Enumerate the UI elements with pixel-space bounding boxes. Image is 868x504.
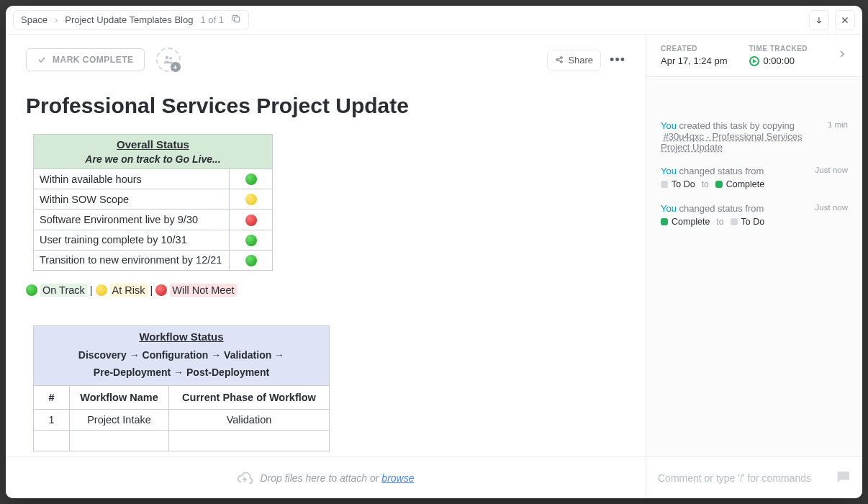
row-name: Project Intake xyxy=(70,410,169,431)
check-icon xyxy=(37,55,47,65)
workflow-header: Workflow Status Discovery → Configuratio… xyxy=(34,325,330,386)
row-num xyxy=(34,431,70,451)
status-indicator xyxy=(230,250,273,270)
activity-time: Just now xyxy=(815,166,848,176)
status-from: Complete xyxy=(672,217,710,227)
time-tracked-value[interactable]: 0:00:00 xyxy=(749,55,808,66)
legend-at-risk: At Risk xyxy=(110,284,148,297)
overall-header-sub: Are we on track to Go Live... xyxy=(85,153,220,165)
file-drop-zone[interactable]: Drop files here to attach or browse xyxy=(6,457,646,498)
time-tracked-label: TIME TRACKED xyxy=(749,45,808,53)
status-square-icon xyxy=(731,218,738,225)
green-dot-icon xyxy=(245,174,257,185)
drop-text: Drop files here to attach or xyxy=(260,472,381,484)
activity-feed: You created this task by copying #30u4qx… xyxy=(646,77,862,456)
row-name xyxy=(70,431,169,451)
more-options-button[interactable]: ••• xyxy=(610,53,625,68)
activity-text: changed status from xyxy=(679,166,764,176)
status-square-icon xyxy=(661,218,668,225)
breadcrumb-project[interactable]: Project Update Templates Blog xyxy=(65,14,193,25)
browse-link[interactable]: browse xyxy=(381,472,414,484)
overall-header-title: Overall Status xyxy=(40,138,266,150)
page-title[interactable]: Professional Services Project Update xyxy=(26,94,625,118)
yellow-dot-icon xyxy=(96,284,107,296)
activity-text: changed status from xyxy=(679,203,764,214)
status-square-icon xyxy=(661,181,668,188)
task-modal: Space › Project Update Templates Blog 1 … xyxy=(6,6,862,498)
workflow-status-table: Workflow Status Discovery → Configuratio… xyxy=(33,325,330,452)
workflow-phases-line1: Discovery → Configuration → Validation → xyxy=(40,347,323,364)
right-panel: CREATED Apr 17, 1:24 pm TIME TRACKED 0:0… xyxy=(646,35,862,456)
comment-input[interactable] xyxy=(658,472,828,484)
red-dot-icon xyxy=(155,284,167,296)
activity-time: Just now xyxy=(815,203,848,214)
table-row: Software Environment live by 9/30 xyxy=(34,210,273,230)
time-value: 0:00:00 xyxy=(764,55,795,66)
minimize-button[interactable] xyxy=(809,10,829,30)
overall-status-table: Overall Status Are we on track to Go Liv… xyxy=(33,134,273,271)
svg-point-2 xyxy=(169,57,172,60)
status-label: Within available hours xyxy=(34,169,230,189)
activity-user: You xyxy=(661,120,677,131)
time-tracked-block: TIME TRACKED 0:00:00 xyxy=(749,45,808,66)
status-to: To Do xyxy=(741,217,765,227)
toolbar-right: Share ••• xyxy=(547,50,625,71)
copy-link-icon[interactable] xyxy=(231,14,241,26)
to-text: to xyxy=(717,217,724,227)
add-assignee-button[interactable]: + xyxy=(156,48,181,72)
activity-user: You xyxy=(661,203,677,214)
status-to: Complete xyxy=(726,179,765,189)
status-legend: On Track | At Risk | Will Not Meet xyxy=(26,284,625,297)
footer: Drop files here to attach or browse xyxy=(6,456,862,498)
main-scroll[interactable]: MARK COMPLETE + Share ••• xyxy=(6,35,646,456)
col-phase: Current Phase of Workflow xyxy=(168,386,329,410)
breadcrumb[interactable]: Space › Project Update Templates Blog 1 … xyxy=(13,10,249,30)
table-row: Within available hours xyxy=(34,169,273,189)
col-num: # xyxy=(34,386,70,410)
activity-item: You created this task by copying #30u4qx… xyxy=(661,120,848,153)
comment-box[interactable] xyxy=(646,457,862,498)
status-indicator xyxy=(230,189,273,210)
close-button[interactable] xyxy=(835,10,855,30)
svg-rect-0 xyxy=(235,17,240,22)
top-actions xyxy=(809,10,855,30)
status-indicator xyxy=(230,169,273,189)
toolbar-left: MARK COMPLETE + xyxy=(26,48,181,72)
table-row: Transition to new environment by 12/21 xyxy=(34,250,273,270)
created-block: CREATED Apr 17, 1:24 pm xyxy=(661,45,728,66)
status-from: To Do xyxy=(672,179,695,189)
status-label: Within SOW Scope xyxy=(34,189,230,210)
activity-item: You changed status from Just now To Do t… xyxy=(661,166,848,190)
activity-task-link[interactable]: #30u4qxc - Professional Services Project… xyxy=(661,131,803,153)
workflow-phases: Discovery → Configuration → Validation →… xyxy=(40,347,323,382)
status-indicator xyxy=(230,210,273,230)
green-dot-icon xyxy=(245,235,257,246)
topbar: Space › Project Update Templates Blog 1 … xyxy=(6,6,862,35)
activity-user: You xyxy=(661,166,677,176)
breadcrumb-space[interactable]: Space xyxy=(21,14,48,25)
status-square-icon xyxy=(715,181,723,188)
row-phase xyxy=(168,431,329,451)
yellow-dot-icon xyxy=(245,194,257,205)
activity-text: created this task by copying xyxy=(679,120,795,131)
main-column: MARK COMPLETE + Share ••• xyxy=(6,35,646,456)
legend-on-track: On Track xyxy=(40,284,87,297)
table-row: User training complete by 10/31 xyxy=(34,230,273,250)
activity-time: 1 min xyxy=(828,120,848,153)
created-label: CREATED xyxy=(661,45,728,53)
to-text: to xyxy=(702,179,709,189)
play-icon[interactable] xyxy=(749,56,759,66)
col-name: Workflow Name xyxy=(70,386,169,410)
mark-complete-button[interactable]: MARK COMPLETE xyxy=(26,48,145,71)
document-body: Professional Services Project Update Ove… xyxy=(6,72,646,456)
content-wrap: MARK COMPLETE + Share ••• xyxy=(6,35,862,456)
cloud-upload-icon xyxy=(237,470,253,486)
status-label: User training complete by 10/31 xyxy=(34,230,230,250)
mark-complete-label: MARK COMPLETE xyxy=(53,55,134,65)
table-row: Within SOW Scope xyxy=(34,189,273,210)
collapse-panel-button[interactable] xyxy=(836,48,848,63)
status-label: Transition to new environment by 12/21 xyxy=(34,250,230,270)
share-button[interactable]: Share xyxy=(547,50,601,71)
meta-row: CREATED Apr 17, 1:24 pm TIME TRACKED 0:0… xyxy=(646,35,862,77)
comment-bubble-icon xyxy=(835,469,851,487)
